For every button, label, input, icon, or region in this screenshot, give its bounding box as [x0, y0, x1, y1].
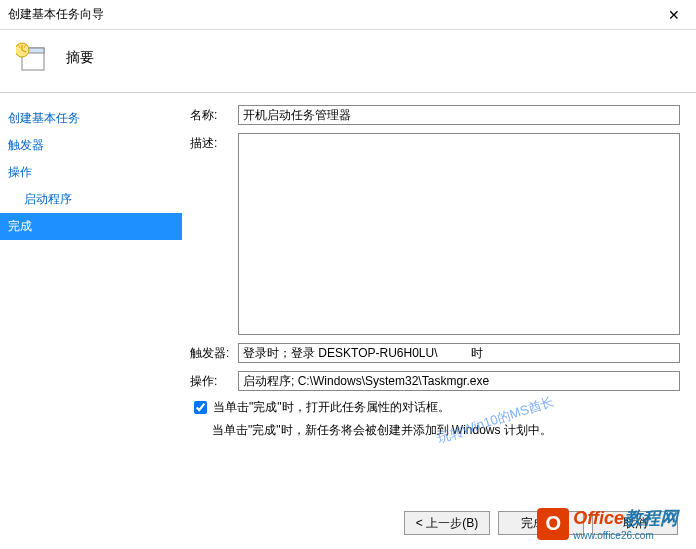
wizard-icon — [16, 42, 48, 74]
description-field[interactable] — [238, 133, 680, 335]
summary-panel: 名称: 描述: 触发器: 操作: 当单击"完成"时，打开此任务属性的对话框。 当… — [182, 93, 696, 522]
wizard-button-bar: < 上一步(B) 完成(F) 取消 — [404, 511, 678, 535]
step-action[interactable]: 操作 — [0, 159, 182, 186]
action-label: 操作: — [190, 371, 238, 390]
step-trigger[interactable]: 触发器 — [0, 132, 182, 159]
wizard-content: 创建基本任务 触发器 操作 启动程序 完成 名称: 描述: 触发器: 操作: 当… — [0, 92, 696, 522]
back-button[interactable]: < 上一步(B) — [404, 511, 490, 535]
trigger-field[interactable] — [238, 343, 680, 363]
window-title: 创建基本任务向导 — [8, 6, 104, 23]
open-properties-checkbox[interactable] — [194, 401, 207, 414]
wizard-header: 摘要 — [0, 30, 696, 92]
close-button[interactable]: ✕ — [651, 0, 696, 30]
name-label: 名称: — [190, 105, 238, 124]
open-properties-label: 当单击"完成"时，打开此任务属性的对话框。 — [213, 399, 450, 416]
finish-button[interactable]: 完成(F) — [498, 511, 584, 535]
action-field[interactable] — [238, 371, 680, 391]
titlebar: 创建基本任务向导 ✕ — [0, 0, 696, 30]
step-finish[interactable]: 完成 — [0, 213, 182, 240]
cancel-button[interactable]: 取消 — [592, 511, 678, 535]
step-create-basic-task[interactable]: 创建基本任务 — [0, 105, 182, 132]
description-label: 描述: — [190, 133, 238, 152]
name-field[interactable] — [238, 105, 680, 125]
page-heading: 摘要 — [66, 49, 94, 67]
step-start-program[interactable]: 启动程序 — [0, 186, 182, 213]
wizard-steps-sidebar: 创建基本任务 触发器 操作 启动程序 完成 — [0, 93, 182, 522]
finish-note: 当单击"完成"时，新任务将会被创建并添加到 Windows 计划中。 — [212, 422, 680, 439]
close-icon: ✕ — [668, 7, 680, 23]
trigger-label: 触发器: — [190, 343, 238, 362]
